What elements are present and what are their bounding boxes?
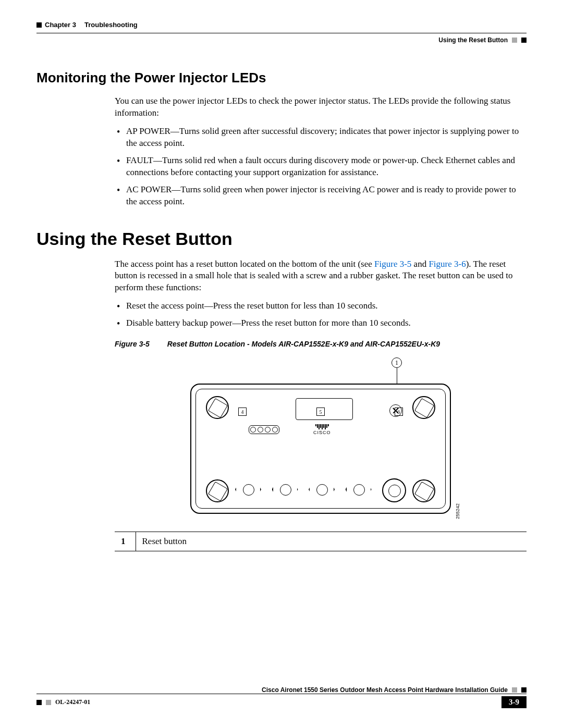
led-icon bbox=[250, 427, 256, 433]
bolt-icon bbox=[206, 479, 229, 502]
figure-caption: Figure 3-5 Reset Button Location - Model… bbox=[115, 340, 527, 348]
legend-table: 1 Reset button bbox=[115, 532, 527, 551]
drawing-number: 255242 bbox=[455, 503, 460, 519]
footer-square-dark-icon bbox=[521, 687, 527, 693]
list-item: Disable battery backup power—Press the r… bbox=[115, 317, 527, 329]
footer-square-light-icon bbox=[512, 687, 517, 693]
callout-circle: 1 bbox=[391, 357, 402, 368]
doc-number-text: OL-24247-01 bbox=[55, 698, 90, 706]
header-square-icon bbox=[36, 22, 42, 28]
list-item: AP POWER—Turns solid green after success… bbox=[115, 126, 527, 150]
bolt-icon bbox=[206, 396, 229, 419]
page-footer: Cisco Aironet 1550 Series Outdoor Mesh A… bbox=[36, 686, 527, 708]
hex-connector-icon bbox=[235, 476, 261, 502]
table-row: 1 Reset button bbox=[115, 532, 527, 551]
section1-bullets: AP POWER—Turns solid green after success… bbox=[115, 126, 527, 208]
port-label: 4 bbox=[238, 408, 247, 416]
intro-text: and bbox=[411, 259, 429, 269]
xref-figure-3-5[interactable]: Figure 3-5 bbox=[374, 259, 411, 269]
page-number: 3-9 bbox=[501, 696, 527, 708]
breadcrumb: Using the Reset Button bbox=[36, 36, 527, 44]
round-connector-icon bbox=[382, 478, 406, 502]
led-icon bbox=[258, 427, 263, 433]
footer-square-dark-icon bbox=[36, 700, 42, 705]
list-item: FAULT—Turns solid red when a fault occur… bbox=[115, 155, 527, 179]
section2-bullets: Reset the access point—Press the reset b… bbox=[115, 300, 527, 329]
bolt-icon bbox=[412, 479, 435, 502]
figure-caption-text: Reset Button Location - Models AIR-CAP15… bbox=[167, 340, 440, 348]
page-header: Chapter 3 Troubleshooting bbox=[36, 21, 527, 29]
port-panel bbox=[296, 398, 353, 420]
section1-intro: You can use the power injector LEDs to c… bbox=[115, 95, 527, 119]
footer-guide-title: Cisco Aironet 1550 Series Outdoor Mesh A… bbox=[36, 686, 527, 694]
footer-rule bbox=[36, 694, 527, 694]
guide-title-text: Cisco Aironet 1550 Series Outdoor Mesh A… bbox=[262, 686, 508, 694]
reset-screw-icon bbox=[389, 404, 402, 417]
led-icon bbox=[272, 427, 278, 433]
list-item: Reset the access point—Press the reset b… bbox=[115, 300, 527, 312]
crumb-square-dark-icon bbox=[521, 38, 527, 43]
device-illustration: 1 4 5 6 bbox=[185, 357, 456, 519]
hex-connector-icon bbox=[309, 476, 335, 502]
xref-figure-3-6[interactable]: Figure 3-6 bbox=[429, 259, 466, 269]
cisco-logo: CISCO bbox=[313, 424, 331, 435]
intro-text: The access point has a reset button loca… bbox=[115, 259, 374, 269]
legend-num: 1 bbox=[115, 532, 136, 551]
legend-text: Reset button bbox=[136, 532, 527, 551]
chapter-label: Chapter 3 bbox=[45, 21, 76, 29]
led-strip bbox=[249, 425, 279, 434]
cisco-text: CISCO bbox=[313, 430, 331, 435]
crumb-square-light-icon bbox=[512, 38, 517, 43]
bottom-connectors bbox=[235, 461, 406, 502]
hex-connector-icon bbox=[346, 476, 372, 502]
bolt-icon bbox=[412, 396, 435, 419]
chapter-title: Troubleshooting bbox=[84, 21, 138, 29]
figure-3-5: 1 4 5 6 bbox=[115, 357, 527, 519]
section-heading-reset: Using the Reset Button bbox=[36, 229, 527, 249]
breadcrumb-text: Using the Reset Button bbox=[438, 36, 508, 44]
chassis: 4 5 6 bbox=[190, 384, 451, 514]
hex-connector-icon bbox=[272, 476, 298, 502]
header-left: Chapter 3 Troubleshooting bbox=[36, 21, 138, 29]
section-heading-monitoring: Monitoring the Power Injector LEDs bbox=[36, 70, 527, 86]
doc-number: OL-24247-01 bbox=[36, 698, 90, 706]
footer-square-light-icon bbox=[46, 700, 51, 705]
header-rule bbox=[36, 33, 527, 33]
cisco-bars-icon bbox=[313, 424, 331, 429]
led-icon bbox=[265, 427, 271, 433]
figure-label: Figure 3-5 bbox=[115, 340, 150, 348]
section2-intro: The access point has a reset button loca… bbox=[115, 258, 527, 294]
list-item: AC POWER—Turns solid green when power in… bbox=[115, 184, 527, 208]
